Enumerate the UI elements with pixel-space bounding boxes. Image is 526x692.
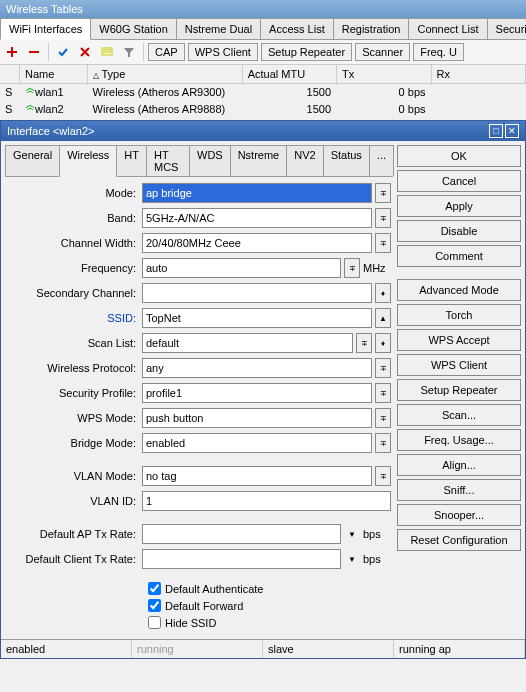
down-icon[interactable]: ▼ bbox=[344, 549, 360, 569]
input-wireless-protocol[interactable] bbox=[142, 358, 372, 378]
status-slave: slave bbox=[263, 640, 394, 658]
reset-configuration-button[interactable]: Reset Configuration bbox=[397, 529, 521, 551]
dropdown-icon[interactable]: ∓ bbox=[375, 383, 391, 403]
status-running: running bbox=[132, 640, 263, 658]
main-tab-wifi-interfaces[interactable]: WiFi Interfaces bbox=[0, 18, 91, 40]
col-mtu[interactable]: Actual MTU bbox=[243, 65, 337, 83]
main-tab-w60g-station[interactable]: W60G Station bbox=[90, 18, 176, 39]
col-rx[interactable]: Rx bbox=[432, 65, 526, 83]
dialog-tab-nv2[interactable]: NV2 bbox=[286, 145, 323, 176]
dialog-button-column: OKCancelApplyDisableCommentAdvanced Mode… bbox=[397, 145, 521, 635]
label-ssid[interactable]: SSID: bbox=[7, 312, 142, 324]
col-s[interactable] bbox=[0, 65, 20, 83]
comment-button[interactable]: Comment bbox=[397, 245, 521, 267]
checkbox-default-forward[interactable] bbox=[148, 599, 161, 612]
input-default-client-tx[interactable] bbox=[142, 549, 341, 569]
main-tab-nstreme-dual[interactable]: Nstreme Dual bbox=[176, 18, 261, 39]
col-tx[interactable]: Tx bbox=[337, 65, 431, 83]
input-security-profile[interactable] bbox=[142, 383, 372, 403]
wps-client-button[interactable]: WPS Client bbox=[397, 354, 521, 376]
dialog-tab-ht-mcs[interactable]: HT MCS bbox=[146, 145, 190, 176]
disable-button[interactable]: Disable bbox=[397, 220, 521, 242]
dropdown-icon[interactable]: ∓ bbox=[356, 333, 372, 353]
align--button[interactable]: Align... bbox=[397, 454, 521, 476]
label-vlan-id: VLAN ID: bbox=[7, 495, 142, 507]
sniff--button[interactable]: Sniff... bbox=[397, 479, 521, 501]
main-tab-registration[interactable]: Registration bbox=[333, 18, 410, 39]
input-scan-list[interactable] bbox=[142, 333, 353, 353]
toolbar-setup-repeater-button[interactable]: Setup Repeater bbox=[261, 43, 352, 61]
ok-button[interactable]: OK bbox=[397, 145, 521, 167]
main-tab-connect-list[interactable]: Connect List bbox=[408, 18, 487, 39]
remove-button[interactable] bbox=[24, 42, 44, 62]
input-wps-mode[interactable] bbox=[142, 408, 372, 428]
list-header: Name △ Type Actual MTU Tx Rx bbox=[0, 65, 526, 84]
checkbox-hide-ssid[interactable] bbox=[148, 616, 161, 629]
input-mode[interactable] bbox=[142, 183, 372, 203]
main-tab-security-profiles[interactable]: Security Profiles bbox=[487, 18, 526, 39]
setup-repeater-button[interactable]: Setup Repeater bbox=[397, 379, 521, 401]
interface-dialog: Interface <wlan2> □ ✕ GeneralWirelessHTH… bbox=[0, 120, 526, 659]
table-row[interactable]: Swlan1Wireless (Atheros AR9300)15000 bps bbox=[0, 84, 526, 101]
toolbar-freq-u-button[interactable]: Freq. U bbox=[413, 43, 464, 61]
torch-button[interactable]: Torch bbox=[397, 304, 521, 326]
dropdown-icon[interactable]: ∓ bbox=[375, 233, 391, 253]
checkbox-default-authenticate[interactable] bbox=[148, 582, 161, 595]
dialog-tab-[interactable]: ... bbox=[369, 145, 394, 176]
dialog-tab-wireless[interactable]: Wireless bbox=[59, 145, 117, 177]
input-ssid[interactable] bbox=[142, 308, 372, 328]
dialog-title-bar: Interface <wlan2> □ ✕ bbox=[1, 121, 525, 141]
comment-button[interactable] bbox=[97, 42, 117, 62]
updown-icon[interactable]: ♦ bbox=[375, 333, 391, 353]
label-channel-width: Channel Width: bbox=[7, 237, 142, 249]
popout-icon[interactable]: □ bbox=[489, 124, 503, 138]
toolbar-cap-button[interactable]: CAP bbox=[148, 43, 185, 61]
input-frequency[interactable] bbox=[142, 258, 341, 278]
updown-icon[interactable]: ♦ bbox=[375, 283, 391, 303]
dialog-tab-general[interactable]: General bbox=[5, 145, 60, 176]
label-default-ap-tx: Default AP Tx Rate: bbox=[7, 528, 142, 540]
label-bridge-mode: Bridge Mode: bbox=[7, 437, 142, 449]
dropdown-icon[interactable]: ∓ bbox=[375, 466, 391, 486]
dropdown-icon[interactable]: ∓ bbox=[344, 258, 360, 278]
dropdown-icon[interactable]: ∓ bbox=[375, 183, 391, 203]
dropdown-icon[interactable]: ∓ bbox=[375, 433, 391, 453]
advanced-mode-button[interactable]: Advanced Mode bbox=[397, 279, 521, 301]
col-name[interactable]: Name bbox=[20, 65, 88, 83]
input-band[interactable] bbox=[142, 208, 372, 228]
checkbox-label-default-forward: Default Forward bbox=[165, 600, 243, 612]
main-tab-access-list[interactable]: Access List bbox=[260, 18, 334, 39]
dialog-tab-status[interactable]: Status bbox=[323, 145, 370, 176]
toolbar-scanner-button[interactable]: Scanner bbox=[355, 43, 410, 61]
up-icon[interactable]: ▲ bbox=[375, 308, 391, 328]
down-icon[interactable]: ▼ bbox=[344, 524, 360, 544]
input-bridge-mode[interactable] bbox=[142, 433, 372, 453]
snooper--button[interactable]: Snooper... bbox=[397, 504, 521, 526]
input-vlan-id[interactable] bbox=[142, 491, 391, 511]
input-channel-width[interactable] bbox=[142, 233, 372, 253]
dialog-tab-nstreme[interactable]: Nstreme bbox=[230, 145, 288, 176]
table-row[interactable]: Swlan2Wireless (Atheros AR9888)15000 bps bbox=[0, 101, 526, 118]
disable-button[interactable] bbox=[75, 42, 95, 62]
freq-usage--button[interactable]: Freq. Usage... bbox=[397, 429, 521, 451]
filter-button[interactable] bbox=[119, 42, 139, 62]
close-icon[interactable]: ✕ bbox=[505, 124, 519, 138]
wps-accept-button[interactable]: WPS Accept bbox=[397, 329, 521, 351]
cancel-button[interactable]: Cancel bbox=[397, 170, 521, 192]
dropdown-icon[interactable]: ∓ bbox=[375, 208, 391, 228]
dialog-tab-ht[interactable]: HT bbox=[116, 145, 147, 176]
dialog-tab-wds[interactable]: WDS bbox=[189, 145, 231, 176]
dropdown-icon[interactable]: ∓ bbox=[375, 408, 391, 428]
dropdown-icon[interactable]: ∓ bbox=[375, 358, 391, 378]
enable-button[interactable] bbox=[53, 42, 73, 62]
input-default-ap-tx[interactable] bbox=[142, 524, 341, 544]
input-secondary-channel[interactable] bbox=[142, 283, 372, 303]
scan--button[interactable]: Scan... bbox=[397, 404, 521, 426]
label-mode: Mode: bbox=[7, 187, 142, 199]
main-tab-strip: WiFi InterfacesW60G StationNstreme DualA… bbox=[0, 18, 526, 40]
input-vlan-mode[interactable] bbox=[142, 466, 372, 486]
apply-button[interactable]: Apply bbox=[397, 195, 521, 217]
toolbar-wps-client-button[interactable]: WPS Client bbox=[188, 43, 258, 61]
add-button[interactable] bbox=[2, 42, 22, 62]
col-type[interactable]: △ Type bbox=[88, 65, 243, 83]
